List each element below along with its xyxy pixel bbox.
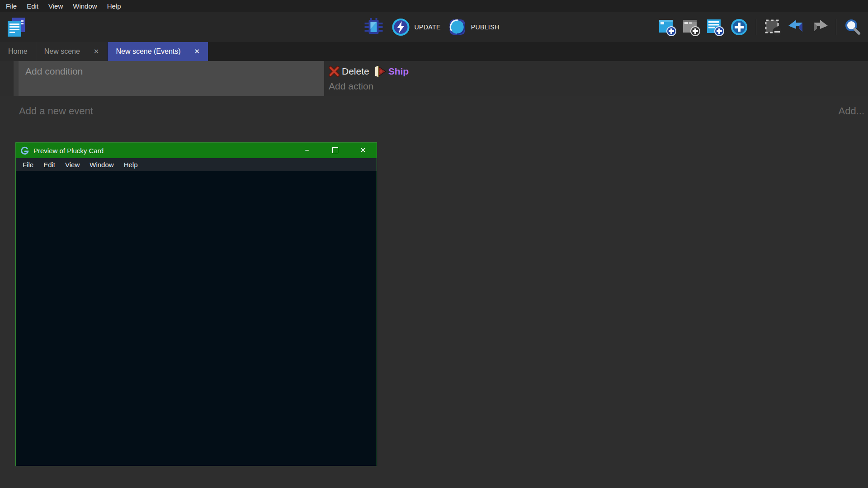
preview-window: Preview of Plucky Card − ✕ File Edit Vie… <box>15 142 377 466</box>
menu-file[interactable]: File <box>1 0 22 12</box>
preview-game-canvas[interactable] <box>16 171 377 465</box>
conditions-column[interactable]: Add condition <box>19 61 324 96</box>
project-manager-button[interactable] <box>5 16 27 38</box>
undo-arrow-icon <box>788 19 806 35</box>
add-new-event-button[interactable]: Add a new event <box>19 105 93 117</box>
debug-button[interactable] <box>363 17 384 38</box>
toolbar-separator <box>836 19 836 35</box>
preview-menu-window[interactable]: Window <box>85 158 118 171</box>
undo-button[interactable] <box>788 19 806 35</box>
preview-menu-edit[interactable]: Edit <box>38 158 60 171</box>
ship-object-icon <box>374 65 386 78</box>
publish-globe-icon <box>448 18 467 37</box>
preview-menu-help[interactable]: Help <box>119 158 143 171</box>
publish-button[interactable]: PUBLISH <box>448 18 500 37</box>
minimize-button[interactable]: − <box>303 143 311 158</box>
publish-label: PUBLISH <box>471 23 500 31</box>
project-manager-icon <box>5 16 27 38</box>
maximize-icon <box>332 147 338 153</box>
menu-edit[interactable]: Edit <box>22 0 43 12</box>
app-menu-bar: File Edit View Window Help <box>0 0 868 12</box>
update-lightning-icon <box>392 18 410 37</box>
tab-new-scene-events[interactable]: New scene (Events) ✕ <box>108 42 208 61</box>
tab-close-icon[interactable]: ✕ <box>194 47 200 56</box>
add-more-button[interactable]: Add... <box>839 105 864 117</box>
menu-view[interactable]: View <box>43 0 68 12</box>
gdevelop-logo-icon <box>20 146 29 155</box>
tab-new-scene-label: New scene <box>44 47 80 56</box>
action-delete-ship[interactable]: Delete Ship <box>329 65 409 78</box>
close-button[interactable]: ✕ <box>359 143 367 158</box>
event-row[interactable]: Add condition Delete <box>0 61 868 96</box>
tab-home[interactable]: Home <box>0 42 36 61</box>
tab-bar: Home New scene ✕ New scene (Events) ✕ <box>0 42 868 61</box>
delete-selection-icon <box>764 18 783 37</box>
add-comment-icon <box>706 18 725 37</box>
toolbar-separator <box>756 19 756 35</box>
tab-home-label: Home <box>8 47 28 56</box>
search-icon <box>844 18 862 36</box>
add-event-icon <box>658 18 677 37</box>
main-toolbar: UPDATE PUBLISH <box>0 12 868 42</box>
search-button[interactable] <box>844 18 862 36</box>
actions-column: Delete Ship Add action <box>329 61 409 92</box>
preview-title-bar[interactable]: Preview of Plucky Card − ✕ <box>16 143 377 158</box>
toolbar-right-group <box>658 12 862 42</box>
redo-arrow-icon <box>811 19 829 35</box>
update-label: UPDATE <box>415 23 441 31</box>
add-condition-placeholder[interactable]: Add condition <box>25 66 324 77</box>
tab-new-scene[interactable]: New scene ✕ <box>36 42 108 61</box>
add-sub-event-icon <box>682 18 701 37</box>
menu-window[interactable]: Window <box>68 0 102 12</box>
debug-bug-icon <box>363 17 384 38</box>
tab-close-icon[interactable]: ✕ <box>94 47 99 56</box>
maximize-button[interactable] <box>331 143 339 159</box>
add-event-button[interactable] <box>658 18 677 37</box>
delete-x-icon <box>329 66 340 77</box>
add-action-placeholder[interactable]: Add action <box>329 81 409 92</box>
preview-menu-file[interactable]: File <box>18 158 38 171</box>
preview-menu-bar: File Edit View Window Help <box>16 158 377 171</box>
choose-add-event-button[interactable] <box>730 18 749 37</box>
add-comment-button[interactable] <box>706 18 725 37</box>
redo-button[interactable] <box>811 19 829 35</box>
tab-new-scene-events-label: New scene (Events) <box>116 47 180 56</box>
preview-menu-view[interactable]: View <box>60 158 85 171</box>
add-sub-event-button[interactable] <box>682 18 701 37</box>
update-button[interactable]: UPDATE <box>392 18 441 37</box>
menu-help[interactable]: Help <box>102 0 126 12</box>
event-drag-handle[interactable] <box>14 61 19 96</box>
choose-add-event-icon <box>730 18 749 37</box>
preview-window-title: Preview of Plucky Card <box>33 147 104 155</box>
toolbar-center-group: UPDATE PUBLISH <box>363 12 500 42</box>
delete-selection-button[interactable] <box>764 18 783 37</box>
preview-window-controls: − ✕ <box>303 143 367 159</box>
action-object-name: Ship <box>388 66 409 77</box>
action-verb: Delete <box>342 66 369 77</box>
